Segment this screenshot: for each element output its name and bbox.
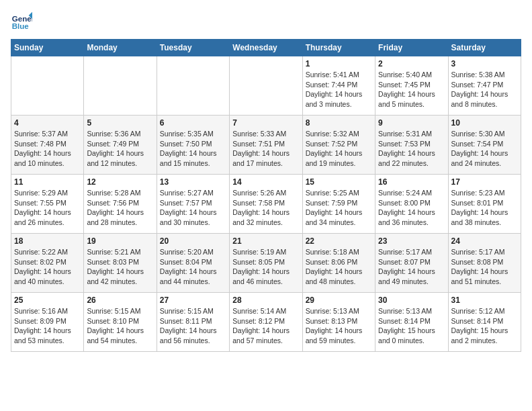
day-info: Sunrise: 5:32 AM Sunset: 7:52 PM Dayligh… — [306, 129, 372, 169]
day-info: Sunrise: 5:29 AM Sunset: 7:55 PM Dayligh… — [14, 188, 81, 228]
day-info: Sunrise: 5:13 AM Sunset: 8:13 PM Dayligh… — [306, 306, 372, 346]
day-info: Sunrise: 5:15 AM Sunset: 8:11 PM Dayligh… — [160, 306, 226, 346]
day-number: 25 — [14, 295, 81, 305]
day-number: 1 — [306, 59, 372, 68]
calendar-cell: 11Sunrise: 5:29 AM Sunset: 7:55 PM Dayli… — [11, 175, 84, 234]
calendar-cell: 2Sunrise: 5:40 AM Sunset: 7:45 PM Daylig… — [375, 56, 448, 116]
day-info: Sunrise: 5:25 AM Sunset: 7:59 PM Dayligh… — [306, 188, 372, 228]
calendar-cell: 28Sunrise: 5:14 AM Sunset: 8:12 PM Dayli… — [230, 293, 302, 352]
weekday-header-tuesday: Tuesday — [157, 40, 229, 56]
weekday-header-wednesday: Wednesday — [230, 40, 302, 56]
calendar-cell: 18Sunrise: 5:22 AM Sunset: 8:02 PM Dayli… — [11, 234, 84, 293]
calendar-cell: 3Sunrise: 5:38 AM Sunset: 7:47 PM Daylig… — [448, 56, 521, 116]
day-info: Sunrise: 5:27 AM Sunset: 7:57 PM Dayligh… — [160, 188, 226, 228]
calendar-cell: 15Sunrise: 5:25 AM Sunset: 7:59 PM Dayli… — [302, 175, 375, 234]
calendar-cell: 27Sunrise: 5:15 AM Sunset: 8:11 PM Dayli… — [157, 293, 229, 352]
calendar-week-5: 25Sunrise: 5:16 AM Sunset: 8:09 PM Dayli… — [11, 293, 521, 352]
day-number: 16 — [378, 177, 445, 187]
calendar-cell: 6Sunrise: 5:35 AM Sunset: 7:50 PM Daylig… — [157, 116, 229, 175]
svg-text:Blue: Blue — [12, 22, 30, 30]
day-number: 29 — [306, 295, 372, 305]
calendar-cell: 10Sunrise: 5:30 AM Sunset: 7:54 PM Dayli… — [448, 116, 521, 175]
calendar-cell: 29Sunrise: 5:13 AM Sunset: 8:13 PM Dayli… — [302, 293, 375, 352]
day-number: 7 — [232, 118, 299, 128]
calendar-cell: 9Sunrise: 5:31 AM Sunset: 7:53 PM Daylig… — [375, 116, 448, 175]
day-number: 20 — [160, 236, 226, 246]
weekday-header-saturday: Saturday — [448, 40, 521, 56]
day-info: Sunrise: 5:40 AM Sunset: 7:45 PM Dayligh… — [378, 70, 445, 109]
day-info: Sunrise: 5:30 AM Sunset: 7:54 PM Dayligh… — [451, 129, 518, 169]
calendar-table: SundayMondayTuesdayWednesdayThursdayFrid… — [11, 39, 521, 352]
calendar-cell: 25Sunrise: 5:16 AM Sunset: 8:09 PM Dayli… — [11, 293, 84, 352]
day-number: 26 — [87, 295, 153, 305]
day-info: Sunrise: 5:18 AM Sunset: 8:06 PM Dayligh… — [306, 247, 372, 287]
logo-icon: General Blue — [11, 11, 32, 32]
day-info: Sunrise: 5:19 AM Sunset: 8:05 PM Dayligh… — [232, 247, 299, 287]
day-info: Sunrise: 5:22 AM Sunset: 8:02 PM Dayligh… — [14, 247, 81, 287]
calendar-cell: 17Sunrise: 5:23 AM Sunset: 8:01 PM Dayli… — [448, 175, 521, 234]
calendar-cell: 30Sunrise: 5:13 AM Sunset: 8:14 PM Dayli… — [375, 293, 448, 352]
weekday-header-thursday: Thursday — [302, 40, 375, 56]
day-info: Sunrise: 5:41 AM Sunset: 7:44 PM Dayligh… — [306, 70, 372, 109]
day-number: 19 — [87, 236, 153, 246]
calendar-cell: 13Sunrise: 5:27 AM Sunset: 7:57 PM Dayli… — [157, 175, 229, 234]
day-info: Sunrise: 5:15 AM Sunset: 8:10 PM Dayligh… — [87, 306, 153, 346]
weekday-header-friday: Friday — [375, 40, 448, 56]
day-info: Sunrise: 5:24 AM Sunset: 8:00 PM Dayligh… — [378, 188, 445, 228]
day-number: 4 — [14, 118, 81, 128]
day-number: 6 — [160, 118, 226, 128]
day-info: Sunrise: 5:13 AM Sunset: 8:14 PM Dayligh… — [378, 306, 445, 346]
calendar-cell — [11, 56, 84, 116]
day-info: Sunrise: 5:17 AM Sunset: 8:07 PM Dayligh… — [378, 247, 445, 287]
day-number: 22 — [306, 236, 372, 246]
calendar-cell: 8Sunrise: 5:32 AM Sunset: 7:52 PM Daylig… — [302, 116, 375, 175]
calendar-week-4: 18Sunrise: 5:22 AM Sunset: 8:02 PM Dayli… — [11, 234, 521, 293]
calendar-week-3: 11Sunrise: 5:29 AM Sunset: 7:55 PM Dayli… — [11, 175, 521, 234]
calendar-cell: 23Sunrise: 5:17 AM Sunset: 8:07 PM Dayli… — [375, 234, 448, 293]
day-number: 31 — [451, 295, 518, 305]
day-number: 23 — [378, 236, 445, 246]
day-info: Sunrise: 5:20 AM Sunset: 8:04 PM Dayligh… — [160, 247, 226, 287]
calendar-week-2: 4Sunrise: 5:37 AM Sunset: 7:48 PM Daylig… — [11, 116, 521, 175]
day-info: Sunrise: 5:36 AM Sunset: 7:49 PM Dayligh… — [87, 129, 153, 169]
day-info: Sunrise: 5:14 AM Sunset: 8:12 PM Dayligh… — [232, 306, 299, 346]
day-info: Sunrise: 5:26 AM Sunset: 7:58 PM Dayligh… — [232, 188, 299, 228]
day-number: 18 — [14, 236, 81, 246]
day-number: 13 — [160, 177, 226, 187]
day-number: 17 — [451, 177, 518, 187]
day-info: Sunrise: 5:38 AM Sunset: 7:47 PM Dayligh… — [451, 70, 518, 109]
day-info: Sunrise: 5:21 AM Sunset: 8:03 PM Dayligh… — [87, 247, 153, 287]
day-number: 2 — [378, 59, 445, 68]
day-number: 9 — [378, 118, 445, 128]
weekday-header-sunday: Sunday — [11, 40, 84, 56]
calendar-cell: 1Sunrise: 5:41 AM Sunset: 7:44 PM Daylig… — [302, 56, 375, 116]
calendar-cell: 5Sunrise: 5:36 AM Sunset: 7:49 PM Daylig… — [84, 116, 157, 175]
calendar-cell: 7Sunrise: 5:33 AM Sunset: 7:51 PM Daylig… — [230, 116, 302, 175]
logo: General Blue — [11, 11, 35, 32]
weekday-header-row: SundayMondayTuesdayWednesdayThursdayFrid… — [11, 40, 521, 56]
day-number: 28 — [232, 295, 299, 305]
day-number: 5 — [87, 118, 153, 128]
day-number: 27 — [160, 295, 226, 305]
day-number: 11 — [14, 177, 81, 187]
day-number: 12 — [87, 177, 153, 187]
calendar-cell: 21Sunrise: 5:19 AM Sunset: 8:05 PM Dayli… — [230, 234, 302, 293]
day-number: 8 — [306, 118, 372, 128]
day-number: 10 — [451, 118, 518, 128]
day-info: Sunrise: 5:31 AM Sunset: 7:53 PM Dayligh… — [378, 129, 445, 169]
calendar-cell: 12Sunrise: 5:28 AM Sunset: 7:56 PM Dayli… — [84, 175, 157, 234]
calendar-cell: 4Sunrise: 5:37 AM Sunset: 7:48 PM Daylig… — [11, 116, 84, 175]
day-number: 14 — [232, 177, 299, 187]
day-info: Sunrise: 5:17 AM Sunset: 8:08 PM Dayligh… — [451, 247, 518, 287]
day-number: 21 — [232, 236, 299, 246]
calendar-cell: 24Sunrise: 5:17 AM Sunset: 8:08 PM Dayli… — [448, 234, 521, 293]
calendar-cell — [84, 56, 157, 116]
day-info: Sunrise: 5:28 AM Sunset: 7:56 PM Dayligh… — [87, 188, 153, 228]
day-info: Sunrise: 5:23 AM Sunset: 8:01 PM Dayligh… — [451, 188, 518, 228]
day-info: Sunrise: 5:35 AM Sunset: 7:50 PM Dayligh… — [160, 129, 226, 169]
day-number: 15 — [306, 177, 372, 187]
calendar-cell: 31Sunrise: 5:12 AM Sunset: 8:14 PM Dayli… — [448, 293, 521, 352]
weekday-header-monday: Monday — [84, 40, 157, 56]
day-info: Sunrise: 5:12 AM Sunset: 8:14 PM Dayligh… — [451, 306, 518, 346]
day-info: Sunrise: 5:16 AM Sunset: 8:09 PM Dayligh… — [14, 306, 81, 346]
